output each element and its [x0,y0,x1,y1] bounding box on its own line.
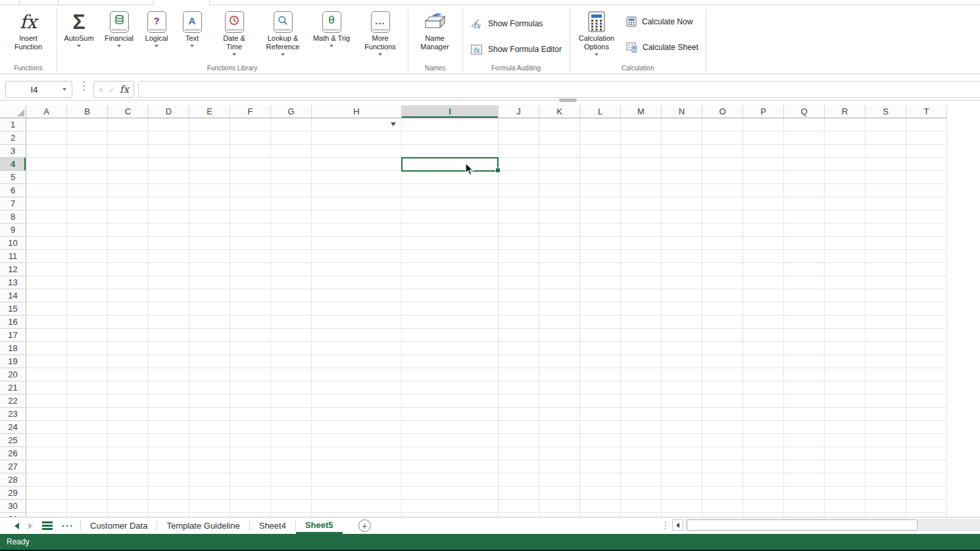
grid-cell[interactable] [108,368,149,381]
row-header-15[interactable]: 15 [0,302,26,316]
grid-cell[interactable] [230,250,271,263]
grid-cell[interactable] [149,329,189,342]
scroll-tabs-right-icon[interactable] [28,523,33,529]
grid-cell[interactable] [866,132,906,145]
column-header-K[interactable]: K [539,105,580,118]
grid-cell[interactable] [108,210,149,224]
grid-cell[interactable] [702,184,743,197]
grid-cell[interactable] [108,316,149,329]
grid-cell[interactable] [312,342,402,355]
grid-cell[interactable] [662,224,702,237]
grid-cell[interactable] [539,447,580,460]
grid-cell[interactable] [271,276,312,289]
grid-cell[interactable] [662,500,702,513]
grid-cell[interactable] [621,381,662,395]
grid-cell[interactable] [702,210,743,224]
grid-cell[interactable] [26,250,67,263]
grid-cell[interactable] [67,237,108,250]
sheet-list-icon[interactable] [42,521,53,530]
grid-cell[interactable] [580,171,621,184]
grid-cell[interactable] [580,289,621,302]
grid-cell[interactable] [743,329,784,342]
grid-cell[interactable] [402,237,499,250]
grid-cell[interactable] [580,395,621,408]
grid-cell[interactable] [230,342,271,355]
grid-cell[interactable] [866,184,906,197]
grid-cell[interactable] [149,473,189,487]
grid-cell[interactable] [866,329,906,342]
grid-cell[interactable] [906,263,947,276]
grid-cell[interactable] [230,237,271,250]
grid-cell[interactable] [499,342,539,355]
grid-cell[interactable] [26,473,67,487]
column-header-A[interactable]: A [26,105,67,118]
sheet-tab-sheet5[interactable]: Sheet5 [296,517,343,534]
grid-cell[interactable] [580,145,621,158]
grid-cell[interactable] [702,342,743,355]
grid-cell[interactable] [621,329,662,342]
grid-cell[interactable] [621,368,662,381]
grid-cell[interactable] [743,447,784,460]
grid-cell[interactable] [67,145,108,158]
grid-cell[interactable] [312,250,402,263]
grid-cell[interactable] [189,145,230,158]
grid-cell[interactable] [312,329,402,342]
grid-cell[interactable] [539,224,580,237]
grid-cell[interactable] [108,500,149,513]
grid-cell[interactable] [499,434,539,447]
grid-cell[interactable] [312,263,402,276]
grid-cell[interactable] [621,276,662,289]
grid-cell[interactable] [580,224,621,237]
row-header-26[interactable]: 26 [0,447,26,460]
grid-cell[interactable] [539,395,580,408]
grid-cell[interactable] [825,158,866,171]
grid-cell[interactable] [67,184,108,197]
grid-cell[interactable] [402,158,499,171]
grid-cell[interactable] [149,197,189,210]
grid-cell[interactable] [402,487,499,500]
grid-cell[interactable] [906,421,947,434]
formula-input[interactable] [138,81,980,98]
grid-cell[interactable] [784,381,825,395]
grid-cell[interactable] [189,421,230,434]
grid-cell[interactable] [702,316,743,329]
grid-cell[interactable] [784,487,825,500]
grid-cell[interactable] [662,289,702,302]
grid-cell[interactable] [67,276,108,289]
grid-cell[interactable] [230,487,271,500]
grid-cell[interactable] [271,224,312,237]
grid-cell[interactable] [784,329,825,342]
row-header-7[interactable]: 7 [0,197,26,210]
grid-cell[interactable] [67,460,108,473]
grid-cell[interactable] [784,171,825,184]
grid-cell[interactable] [825,434,866,447]
grid-cell[interactable] [743,197,784,210]
grid-cell[interactable] [580,316,621,329]
grid-cell[interactable] [402,447,499,460]
grid-cell[interactable] [230,197,271,210]
grid-cell[interactable] [743,316,784,329]
grid-cell[interactable] [271,171,312,184]
column-header-G[interactable]: G [271,105,312,118]
grid-cell[interactable] [580,197,621,210]
grid-cell[interactable] [662,447,702,460]
grid-cell[interactable] [702,197,743,210]
column-header-D[interactable]: D [149,105,189,118]
grid-cell[interactable] [825,224,866,237]
grid-cell[interactable] [271,118,312,132]
grid-cell[interactable] [866,342,906,355]
grid-cell[interactable] [189,250,230,263]
grid-cell[interactable] [312,302,402,316]
grid-cell[interactable] [402,434,499,447]
grid-cell[interactable] [67,395,108,408]
grid-cell[interactable] [580,210,621,224]
grid-cell[interactable] [825,210,866,224]
grid-cell[interactable] [784,395,825,408]
grid-cell[interactable] [702,473,743,487]
grid-cell[interactable] [825,421,866,434]
grid-cell[interactable] [539,197,580,210]
financial-button[interactable]: Financial [98,9,140,47]
grid-cell[interactable] [702,237,743,250]
grid-cell[interactable] [189,434,230,447]
grid-cell[interactable] [784,237,825,250]
